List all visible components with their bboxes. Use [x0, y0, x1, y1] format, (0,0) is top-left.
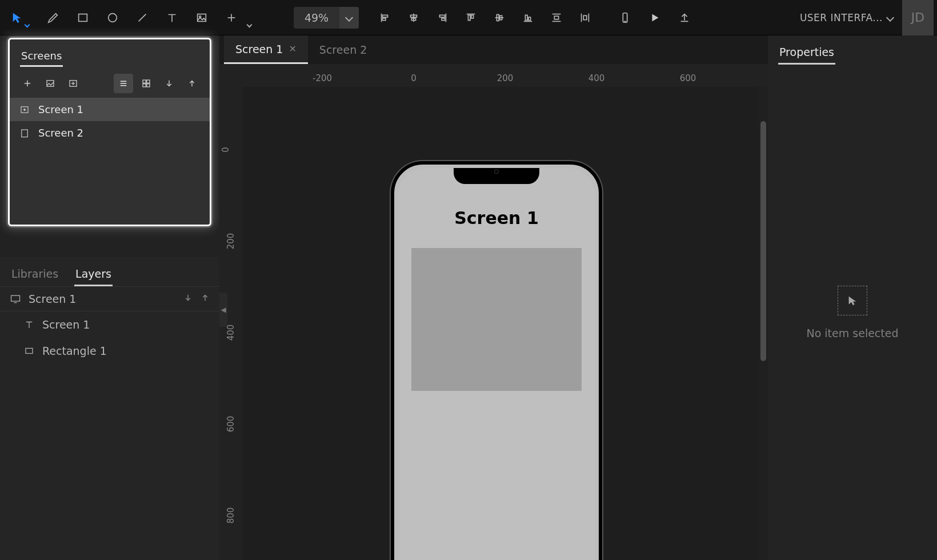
canvas[interactable]: -200 0 200 400 600 0 200 400 600 800 Scr… [219, 64, 768, 560]
move-down-button[interactable] [159, 74, 179, 93]
canvas-area: Screen 1 ✕ Screen 2 -200 0 200 400 600 0… [219, 35, 768, 560]
layer-move-up[interactable] [200, 293, 210, 305]
zoom-control: 49% [294, 7, 359, 29]
screen-item-1[interactable]: Screen 1 [10, 98, 210, 121]
device-frame[interactable]: Screen 1 428 x 926 [391, 161, 602, 560]
svg-rect-24 [528, 17, 531, 21]
svg-rect-8 [382, 15, 387, 17]
layers-panel: Libraries Layers Screen 1 Screen 1 Recta… [0, 257, 219, 560]
svg-rect-17 [468, 15, 470, 20]
pen-tool[interactable] [39, 4, 67, 31]
doc-tab-label: Screen 1 [235, 43, 283, 55]
rectangle-icon [23, 345, 35, 357]
rectangle-tool[interactable] [69, 4, 97, 31]
layer-move-down[interactable] [183, 293, 193, 305]
import-screen-button[interactable] [63, 74, 83, 93]
select-tool-dropdown[interactable] [25, 18, 29, 29]
svg-rect-54 [26, 349, 33, 354]
doc-tab-label: Screen 2 [319, 43, 367, 56]
screen-icon [19, 127, 30, 139]
svg-point-1 [109, 13, 117, 22]
svg-rect-42 [143, 80, 146, 83]
svg-rect-14 [439, 15, 445, 17]
svg-rect-49 [22, 130, 28, 137]
no-selection-message: No item selected [806, 327, 898, 339]
align-bottom[interactable] [514, 4, 542, 31]
line-tool[interactable] [129, 4, 156, 31]
list-view-button[interactable] [114, 74, 133, 93]
document-tabs: Screen 1 ✕ Screen 2 [219, 35, 768, 64]
screens-panel: Screens Screen 1 Screen 2 [8, 38, 211, 226]
screen-icon [9, 293, 22, 305]
distribute-v[interactable] [543, 4, 570, 31]
zoom-dropdown[interactable] [339, 7, 359, 29]
distribute-h[interactable] [571, 4, 599, 31]
zoom-value[interactable]: 49% [294, 11, 339, 24]
align-center-h[interactable] [400, 4, 427, 31]
left-sidebar: Screens Screen 1 Screen 2 [0, 35, 219, 560]
rectangle-1-object[interactable] [411, 248, 582, 391]
layer-root-screen[interactable]: Screen 1 [0, 286, 219, 311]
svg-rect-45 [147, 84, 150, 87]
collapse-left-panel[interactable]: ◀ [219, 293, 227, 327]
top-toolbar: 49% USER INTERFA... JD [0, 0, 937, 35]
layer-root-label: Screen 1 [29, 293, 76, 305]
svg-rect-44 [143, 84, 146, 87]
add-tool-dropdown[interactable] [247, 18, 251, 29]
svg-rect-0 [79, 14, 87, 21]
chevron-down-icon [886, 13, 894, 21]
doc-tab-screen1[interactable]: Screen 1 ✕ [224, 35, 308, 64]
layer-item-label: Rectangle 1 [42, 345, 107, 357]
svg-rect-27 [554, 16, 558, 19]
screen-title-text[interactable]: Screen 1 [398, 208, 595, 228]
document-name[interactable]: USER INTERFA... [800, 12, 893, 23]
vertical-scrollbar[interactable] [759, 87, 768, 560]
text-icon [23, 318, 35, 331]
close-icon[interactable]: ✕ [289, 43, 296, 54]
device-preview[interactable] [611, 4, 639, 31]
move-up-button[interactable] [182, 74, 202, 93]
layer-item-text[interactable]: Screen 1 [0, 311, 219, 338]
svg-rect-30 [583, 15, 587, 19]
doc-tab-screen2[interactable]: Screen 2 [308, 35, 378, 64]
screen-item-label: Screen 2 [38, 127, 83, 139]
add-screen-button[interactable] [18, 74, 37, 93]
align-top[interactable] [457, 4, 484, 31]
user-avatar[interactable]: JD [902, 0, 934, 35]
export-button[interactable] [671, 4, 698, 31]
align-middle-v[interactable] [486, 4, 513, 31]
add-image-screen-button[interactable] [41, 74, 60, 93]
text-tool[interactable] [158, 4, 186, 31]
align-group [371, 4, 599, 31]
svg-rect-3 [198, 14, 206, 21]
home-screen-icon [19, 104, 30, 115]
no-selection-icon [838, 286, 867, 315]
align-left[interactable] [371, 4, 399, 31]
play-button[interactable] [641, 4, 668, 31]
ellipse-tool[interactable] [99, 4, 126, 31]
svg-rect-43 [147, 80, 150, 83]
svg-rect-18 [471, 15, 474, 18]
add-tool[interactable] [218, 4, 245, 31]
layer-item-label: Screen 1 [42, 318, 90, 331]
svg-rect-50 [11, 295, 20, 301]
grid-view-button[interactable] [137, 74, 156, 93]
svg-rect-15 [442, 18, 445, 20]
screen-item-2[interactable]: Screen 2 [10, 121, 210, 145]
screens-panel-title[interactable]: Screens [20, 46, 63, 67]
document-name-label: USER INTERFA... [800, 12, 883, 23]
screen-item-label: Screen 1 [38, 103, 83, 115]
layer-item-rectangle[interactable]: Rectangle 1 [0, 338, 219, 364]
align-right[interactable] [429, 4, 456, 31]
screens-list: Screen 1 Screen 2 [10, 98, 210, 225]
ruler-horizontal: -200 0 200 400 600 [242, 64, 768, 87]
svg-line-2 [139, 14, 146, 21]
properties-panel: Properties No item selected [768, 35, 937, 560]
tab-libraries[interactable]: Libraries [10, 263, 59, 286]
svg-rect-9 [382, 18, 386, 20]
tab-properties[interactable]: Properties [778, 41, 835, 65]
image-tool[interactable] [188, 4, 215, 31]
tab-layers[interactable]: Layers [74, 263, 113, 286]
ruler-corner [219, 64, 242, 87]
svg-rect-23 [525, 15, 527, 20]
